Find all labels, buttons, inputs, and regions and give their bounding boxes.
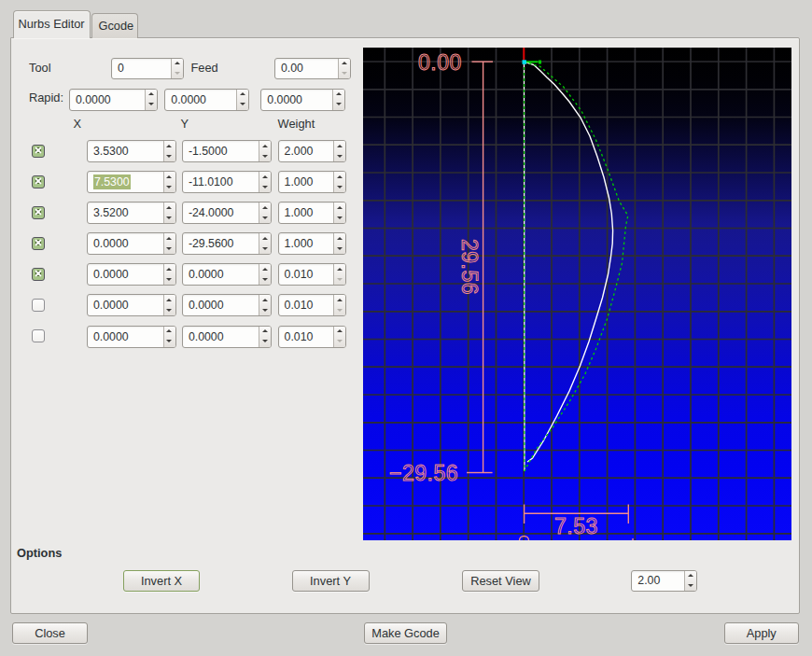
svg-text:−29.56: −29.56 — [389, 461, 458, 485]
svg-text:29.56: 29.56 — [457, 239, 482, 295]
svg-text:7.53: 7.53 — [554, 514, 598, 538]
svg-text:0.00: 0.00 — [418, 50, 462, 75]
